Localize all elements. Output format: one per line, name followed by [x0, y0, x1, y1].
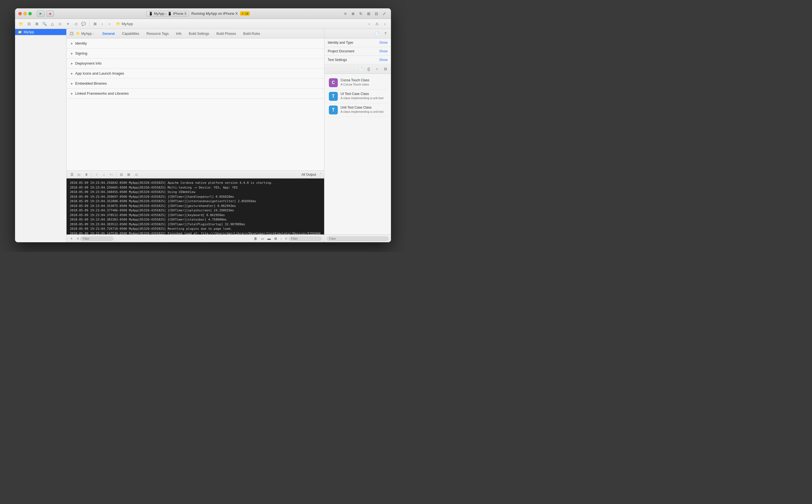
rb-clock-icon-btn[interactable]: ○ [374, 66, 380, 72]
forward-btn[interactable]: ↻ [358, 10, 364, 17]
filter-input[interactable] [80, 236, 114, 241]
main-window: ▶ ■ 📱 MyApp › 📱 iPhone X Running MyApp o… [15, 8, 391, 242]
project-doc-show[interactable]: Show [379, 49, 388, 53]
tab-resource-tags[interactable]: Resource Tags [143, 31, 172, 37]
template-cocoa-touch[interactable]: C Cocoa Touch Class A Cocoa Touch class [327, 76, 389, 90]
right-bottom-toolbar: 📄 {} ○ ⊟ [324, 64, 391, 74]
rp-help-icon-btn[interactable]: ? [382, 30, 389, 37]
rb-file-icon-btn[interactable]: 📄 [357, 66, 364, 72]
text-settings-label: Text Settings [328, 58, 347, 62]
rp-file-icon-btn[interactable]: 📄 [374, 30, 380, 37]
log-line: 2018-05-09 19:23:04.350697-0500 MyApp[85… [70, 195, 321, 199]
debug-pause-btn[interactable]: ⏸ [83, 172, 89, 178]
scheme-selector[interactable]: 📱 MyApp › 📱 iPhone X [146, 11, 189, 16]
folder-icon-btn[interactable]: 📁 [18, 21, 25, 27]
breakpoint-btn[interactable]: ⊞ [33, 21, 40, 27]
search-btn[interactable]: 🔍 [41, 21, 48, 27]
scheme-name: MyApp [154, 12, 164, 16]
breakpoints-btn[interactable]: ◁ [72, 21, 79, 27]
sidebar-item-myapp[interactable]: 📁 MyApp [15, 29, 66, 35]
rb-code-icon-btn[interactable]: {} [365, 66, 372, 72]
run-controls: ▶ ■ [37, 11, 54, 17]
test-btn[interactable]: ◇ [57, 21, 63, 27]
fullscreen-btn[interactable]: ⤢ [381, 10, 388, 17]
debug-step-up-btn[interactable]: ↑↑ [108, 172, 114, 178]
play-button[interactable]: ▶ [37, 11, 45, 17]
section-embedded[interactable]: Embedded Binaries [67, 79, 324, 89]
template-filter-input[interactable] [327, 236, 389, 241]
section-label-appicons: App Icons and Launch Images [75, 71, 124, 75]
template-unit-test[interactable]: T Unit Test Case Class A class implement… [327, 103, 389, 117]
cocoa-touch-desc: A Cocoa Touch class [341, 82, 387, 86]
warning-btn[interactable]: △ [49, 21, 56, 27]
tab-build-phases[interactable]: Build Phases [213, 31, 239, 37]
source-control-btn[interactable]: ⊡ [26, 21, 32, 27]
section-linked[interactable]: Linked Frameworks and Libraries [67, 89, 324, 99]
debug-toolbar: ☰ ▷ ⏸ ↑ ↓ ↑↑ ⊡ ⊞ ◁ All Output ⌃ [67, 171, 324, 178]
section-deployment[interactable]: Deployment Info [67, 58, 324, 68]
bottom-bar: + ⊙ 🗑 ▭ ▬ ⊞ | ⊙ [67, 234, 324, 242]
section-identity[interactable]: Identity [67, 38, 324, 48]
related-files-btn[interactable]: ⊕ [350, 10, 356, 17]
debug-continue-btn[interactable]: ▷ [76, 172, 82, 178]
section-appicons[interactable]: App Icons and Launch Images [67, 68, 324, 79]
back-btn[interactable]: ‹ [99, 21, 106, 27]
section-signing[interactable]: Signing [67, 48, 324, 58]
template-ui-test[interactable]: T UI Test Case Class A class implementin… [327, 90, 389, 103]
close-button[interactable] [18, 12, 22, 15]
text-settings-show[interactable]: Show [379, 58, 388, 62]
maximize-button[interactable] [28, 12, 32, 15]
unit-test-info: Unit Test Case Class A class implementin… [341, 106, 387, 114]
identity-type-show[interactable]: Show [379, 41, 388, 45]
grid-btn[interactable]: ⊞ [92, 21, 98, 27]
nav-forward-btn[interactable]: › [381, 21, 388, 27]
report-btn[interactable]: 💬 [80, 21, 87, 27]
section-label-linked: Linked Frameworks and Libraries [75, 91, 129, 96]
right-filter-input[interactable] [288, 236, 322, 241]
panel-left-btn[interactable]: ▭ [260, 236, 265, 241]
split-view-2-btn[interactable]: ⊟ [373, 10, 380, 17]
debug-toggle-btn[interactable]: ☰ [69, 172, 75, 178]
section-label-embedded: Embedded Binaries [75, 81, 107, 85]
log-line: 2018-05-09 19:23:04.377486-0500 MyApp[85… [70, 208, 321, 213]
debug-step-over-btn[interactable]: ↑ [94, 172, 100, 178]
minimize-button[interactable] [23, 12, 27, 15]
section-label-identity: Identity [75, 41, 87, 45]
tab-build-rules[interactable]: Build Rules [240, 31, 263, 37]
unit-test-title: Unit Test Case Class [341, 106, 387, 109]
toolbar-right: ‹ ⚠ › [366, 21, 388, 27]
rb-layout-icon-btn[interactable]: ⊟ [382, 66, 389, 72]
debug-step-down-btn[interactable]: ↓ [101, 172, 107, 178]
nav-back-btn[interactable]: ‹ [366, 21, 373, 27]
debug-console: 2018-05-09 19:23:04.256042-0500 MyApp[85… [67, 178, 324, 234]
debug-frame-btn[interactable]: ⊡ [118, 172, 124, 178]
filter-icon: ⊙ [77, 237, 79, 240]
tab-capabilities[interactable]: Capabilities [119, 31, 143, 37]
trash-btn[interactable]: 🗑 [253, 236, 258, 241]
forward-nav-btn[interactable]: › [106, 21, 113, 27]
debug-wire-btn[interactable]: ⊞ [126, 172, 132, 178]
add-file-btn[interactable]: + [69, 236, 74, 241]
file-checkbox[interactable]: ☐ [69, 31, 74, 36]
tab-build-settings[interactable]: Build Settings [185, 31, 212, 37]
breadcrumb-sep: › [93, 32, 94, 36]
identity-type-label: Identity and Type [328, 41, 353, 45]
toolbar-breadcrumb: 📁 MyApp [116, 22, 133, 26]
breadcrumb-folder-icon: 📁 [116, 22, 121, 26]
section-label-deployment: Deployment Info [75, 61, 102, 65]
debug-btn[interactable]: ≡ [65, 21, 71, 27]
panel-right-btn[interactable]: ▬ [266, 236, 272, 241]
stop-button[interactable]: ■ [46, 11, 54, 17]
debug-location-btn[interactable]: ◁ [133, 172, 139, 178]
split-view-btn[interactable]: ⊞ [365, 10, 372, 17]
section-arrow-deployment [71, 62, 73, 65]
log-line: 2018-05-09 19:23:04.383383-0500 MyApp[85… [70, 217, 321, 222]
warning-nav-icon: ⚠ [374, 21, 380, 27]
tab-info[interactable]: Info [173, 31, 185, 37]
app-icon: 📱 [149, 12, 153, 16]
grid-view-btn[interactable]: ⊞ [273, 236, 278, 241]
tab-general[interactable]: General [99, 31, 118, 37]
list-view-btn[interactable]: ≡ [342, 10, 349, 17]
running-label: Running MyApp on iPhone X [191, 11, 238, 16]
cocoa-touch-info: Cocoa Touch Class A Cocoa Touch class [341, 78, 387, 86]
